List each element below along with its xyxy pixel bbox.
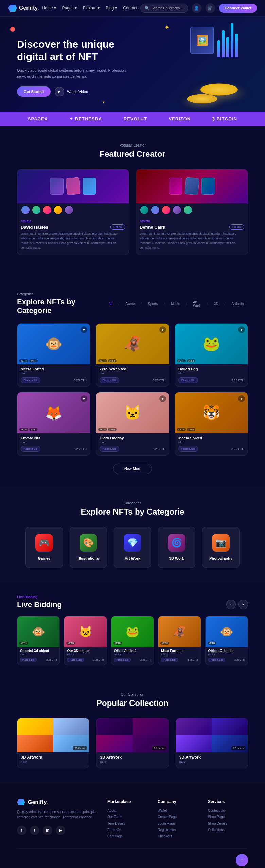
instagram-icon-button[interactable]: in <box>43 826 52 835</box>
bid-info: Mate Fortune nAllot Place a Bid 3.25ETH <box>158 647 200 665</box>
place-bid-button[interactable]: Place a Bid <box>21 446 40 452</box>
search-bar[interactable]: 🔍 Search Collections... <box>140 4 188 13</box>
logo[interactable]: Genifty. <box>8 5 39 12</box>
collection-inner-img <box>176 735 212 752</box>
footer-link[interactable]: Collections <box>208 828 248 832</box>
brand-icon: ✦ <box>69 116 73 121</box>
lb-navigation: ‹ › <box>226 600 248 609</box>
nft-tags: #ETH #NFT <box>19 428 38 431</box>
footer-link[interactable]: Create Page <box>158 815 198 819</box>
nav-home[interactable]: Home ▾ <box>42 6 56 11</box>
bid-creator: nAllot <box>161 653 198 656</box>
nft-tags: #ETH #NFT <box>98 359 117 362</box>
nav-explore[interactable]: Explore ▾ <box>83 6 100 11</box>
nft-info: Envato NFt nfort Place a Bid 3.25 ETH <box>17 433 90 455</box>
nav-pages[interactable]: Pages ▾ <box>62 6 77 11</box>
hero-bars <box>217 23 238 57</box>
follow-button[interactable]: Follow <box>110 224 125 230</box>
filter-music[interactable]: Music <box>168 301 182 307</box>
nft-info: Meeta Solved nfort Place a Bid 3.25 ETH <box>175 433 248 455</box>
footer-socials: f t in ▶ <box>17 826 97 835</box>
cart-icon-button[interactable]: 🛒 <box>206 3 215 13</box>
footer-link[interactable]: Contact Us <box>208 809 248 812</box>
bid-place-button[interactable]: Place a Bid <box>208 658 225 662</box>
category-card-games[interactable]: 🎮 Games <box>25 527 63 568</box>
bid-place-button[interactable]: Place a Bid <box>20 658 37 662</box>
filter-3d[interactable]: 3D <box>211 301 221 307</box>
footer-link[interactable]: Error 404 <box>107 828 147 832</box>
bid-place-button[interactable]: Place a Bid <box>114 658 131 662</box>
collection-name: 3D Artwork <box>100 755 165 760</box>
twitter-icon: t <box>34 828 35 833</box>
creator-banner-2 <box>136 169 248 203</box>
nft-price: 3.25 ETH <box>153 379 165 382</box>
footer-link[interactable]: About <box>107 809 147 812</box>
connect-wallet-button[interactable]: Connect Wallet <box>219 4 257 13</box>
lb-prev-button[interactable]: ‹ <box>226 600 236 609</box>
creator-info: Athlete Define Calrk Follow Lorem est in… <box>136 217 248 255</box>
company-links: Wallet Create Page Login Page Registrati… <box>158 809 198 838</box>
avatar <box>64 205 74 215</box>
back-to-top-button[interactable]: ↑ <box>236 854 248 866</box>
facebook-icon-button[interactable]: f <box>17 826 26 835</box>
nft-heart-icon[interactable]: ♥ <box>238 395 245 402</box>
category-card-artwork[interactable]: 💎 Art Work <box>114 527 151 568</box>
footer-link[interactable]: Wallet <box>158 809 198 812</box>
bid-place-button[interactable]: Place a Bid <box>161 658 178 662</box>
nft-footer: Place a Bid 3.25 ETH <box>21 377 87 383</box>
collection-info: 3D Artwork nAllc <box>176 752 248 768</box>
collection-grid: 25 Items 3D Artwork nAllc 25 Items 3D Ar… <box>17 718 248 768</box>
category-card-photography[interactable]: 📷 Photography <box>202 527 240 568</box>
footer-link[interactable]: Item Details <box>107 822 147 825</box>
bid-creator: nfort <box>20 653 57 656</box>
follow-button[interactable]: Follow <box>229 224 244 230</box>
filter-all[interactable]: All <box>106 301 115 307</box>
nft-image: 🐵 ♥ #ETH #NFT <box>17 324 90 364</box>
nav-blog[interactable]: Blog ▾ <box>106 6 117 11</box>
nft-heart-icon[interactable]: ♥ <box>159 326 166 333</box>
place-bid-button[interactable]: Place a Bid <box>178 377 198 383</box>
footer-link[interactable]: Shop Page <box>208 815 248 819</box>
footer-link[interactable]: Our Team <box>107 815 147 819</box>
place-bid-button[interactable]: Place a Bid <box>100 446 119 452</box>
twitter-icon-button[interactable]: t <box>30 826 39 835</box>
footer-link[interactable]: Checkout <box>158 834 198 838</box>
footer-link[interactable]: Shop Details <box>208 822 248 825</box>
category-card-3dwork[interactable]: 🌀 3D Work <box>158 527 195 568</box>
place-bid-button[interactable]: Place a Bid <box>178 446 198 452</box>
footer-link[interactable]: Login Page <box>158 822 198 825</box>
nft-heart-icon[interactable]: ♥ <box>238 326 245 333</box>
youtube-icon-button[interactable]: ▶ <box>56 826 65 835</box>
hero-nft-frame: 🖼️ <box>190 27 214 54</box>
bid-place-button[interactable]: Place a Bid <box>67 658 84 662</box>
filter-asthetics[interactable]: Asthetics <box>229 301 248 307</box>
bid-name: Oiled Voield 4 <box>114 649 151 653</box>
collection-count: 25 Items <box>231 746 246 750</box>
hero-illustration: 🖼️ <box>129 20 258 108</box>
nft-info: Cloth Overlay nfort Place a Bid 3.25 ETH <box>96 433 169 455</box>
place-bid-button[interactable]: Place a Bid <box>100 377 119 383</box>
view-more-button[interactable]: View More <box>113 464 152 474</box>
nav-contact[interactable]: Contact <box>123 6 137 11</box>
user-icon-button[interactable]: 👤 <box>192 3 201 13</box>
nft-heart-icon[interactable]: ♥ <box>81 395 87 402</box>
watch-video-button[interactable]: ▶ Watch Video <box>55 87 88 96</box>
footer-link[interactable]: Cart Page <box>107 834 147 838</box>
footer-link[interactable]: Registration <box>158 828 198 832</box>
bid-tags: #ETH <box>208 642 216 645</box>
brand-revolut: Revolut <box>124 116 147 121</box>
banner-art <box>136 169 248 203</box>
brand-label: SPACEX <box>28 116 48 121</box>
lb-next-button[interactable]: › <box>238 600 248 609</box>
hero-description: Quickly aggregate global systems before … <box>17 67 139 79</box>
get-started-button[interactable]: Get Started <box>17 86 51 97</box>
facebook-icon: f <box>21 828 22 833</box>
nft-heart-icon[interactable]: ♥ <box>159 395 166 402</box>
nft-heart-icon[interactable]: ♥ <box>81 326 87 333</box>
filter-game[interactable]: Game <box>123 301 137 307</box>
place-bid-button[interactable]: Place a Bid <box>21 377 40 383</box>
filter-sports[interactable]: Sports <box>145 301 160 307</box>
category-card-illustrations[interactable]: 🎨 Illustrations <box>70 527 107 568</box>
nft-image: 🐸 ♥ #ETH #NFT <box>175 324 248 364</box>
filter-artwork[interactable]: Art Work <box>190 299 204 309</box>
